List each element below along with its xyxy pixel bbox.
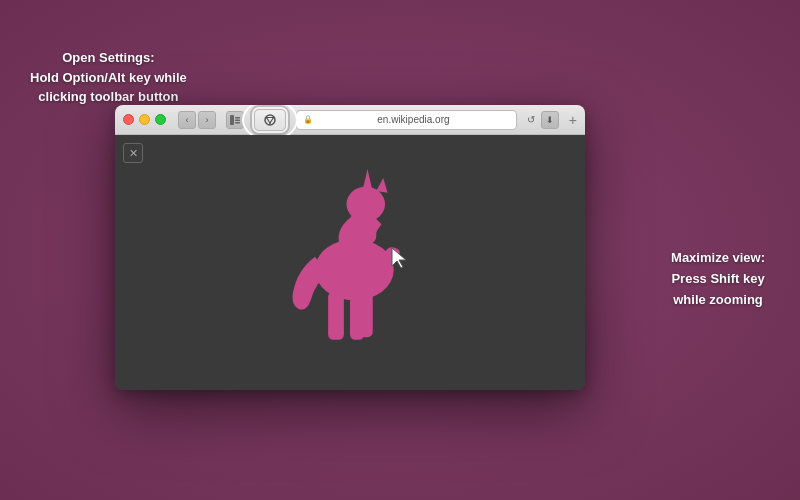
extension-button[interactable] xyxy=(254,109,286,131)
annotation-right-line3: while zooming xyxy=(673,292,763,307)
browser-window: ‹ › xyxy=(115,105,585,390)
forward-button[interactable]: › xyxy=(198,111,216,129)
unicorn-svg xyxy=(260,156,440,366)
minimize-button[interactable] xyxy=(139,114,150,125)
svg-line-10 xyxy=(270,117,274,123)
svg-rect-2 xyxy=(235,119,240,121)
annotation-maximize-view: Maximize view: Press Shift key while zoo… xyxy=(671,248,765,310)
annotation-right-line2: Press Shift key xyxy=(671,271,764,286)
annotation-open-settings: Open Settings: Hold Option/Alt key while… xyxy=(30,48,187,107)
nav-buttons: ‹ › xyxy=(178,111,216,129)
fullscreen-button[interactable] xyxy=(155,114,166,125)
extension-button-wrapper xyxy=(254,109,286,131)
back-button[interactable]: ‹ xyxy=(178,111,196,129)
browser-title-bar: ‹ › xyxy=(115,105,585,135)
unicorn-image xyxy=(260,156,440,370)
traffic-lights xyxy=(123,114,166,125)
sidebar-button[interactable] xyxy=(226,111,244,129)
svg-rect-15 xyxy=(328,291,344,339)
annotation-right-line1: Maximize view: xyxy=(671,250,765,265)
annotation-line2: Hold Option/Alt key while xyxy=(30,70,187,85)
address-bar[interactable]: 🔒 en.wikipedia.org xyxy=(296,110,517,130)
annotation-line3: clicking toolbar button xyxy=(38,89,178,104)
svg-rect-17 xyxy=(359,291,373,337)
svg-marker-18 xyxy=(376,177,387,192)
svg-marker-19 xyxy=(392,248,406,268)
svg-rect-0 xyxy=(230,115,234,125)
download-button[interactable]: ⬇ xyxy=(541,111,559,129)
cursor-icon xyxy=(390,246,410,270)
new-tab-button[interactable]: + xyxy=(569,112,577,128)
svg-rect-3 xyxy=(235,122,240,124)
close-button[interactable] xyxy=(123,114,134,125)
annotation-line1: Open Settings: xyxy=(62,50,154,65)
svg-rect-1 xyxy=(235,117,240,119)
lock-icon: 🔒 xyxy=(303,115,313,124)
reload-button[interactable]: ↺ xyxy=(527,114,535,125)
content-close-button[interactable]: ✕ xyxy=(123,143,143,163)
svg-line-9 xyxy=(267,117,271,123)
address-text: en.wikipedia.org xyxy=(317,114,510,125)
browser-content: ✕ xyxy=(115,135,585,390)
